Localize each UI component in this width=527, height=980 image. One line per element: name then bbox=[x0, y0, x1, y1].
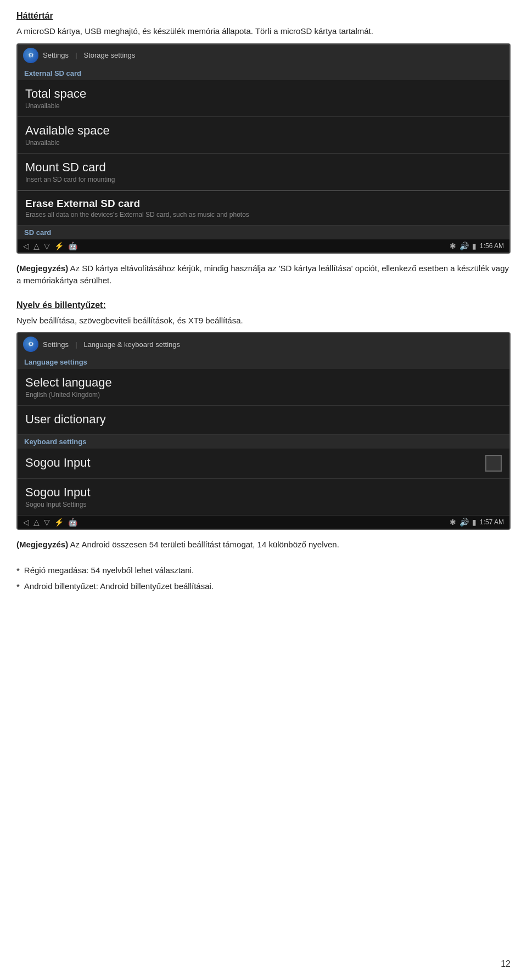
screen1-page-name: Storage settings bbox=[83, 51, 135, 59]
storage-screen: ⚙ Settings | Storage settings External S… bbox=[16, 43, 511, 254]
screen1-separator: | bbox=[75, 51, 77, 59]
bluetooth-icon: ✱ bbox=[450, 242, 456, 250]
statusbar2-left-icons: ◁ △ ▽ ⚡ 🤖 bbox=[23, 518, 77, 527]
back-icon: ◁ bbox=[23, 242, 29, 250]
select-language-subtitle: English (United Kingdom) bbox=[25, 391, 502, 399]
android-icon2: 🤖 bbox=[68, 518, 77, 527]
erase-sd-item[interactable]: Erase External SD card Erases all data o… bbox=[18, 191, 509, 226]
sogou-input-toggle-item[interactable]: Sogou Input bbox=[18, 449, 509, 479]
bullet-item-1: * Régió megadása: 54 nyelvből lehet vála… bbox=[16, 564, 511, 578]
volume-icon: 🔊 bbox=[459, 242, 469, 250]
sogou-input-settings-item[interactable]: Sogou Input Sogou Input Settings bbox=[18, 479, 509, 516]
section2-para: Nyelv beállítása, szövegbeviteli beállít… bbox=[16, 315, 511, 327]
sogou-input-toggle-title: Sogou Input bbox=[25, 456, 91, 470]
note1-prefix: (Megjegyzés) bbox=[16, 264, 68, 273]
bullet-star-2: * bbox=[16, 581, 20, 593]
usb-icon: ⚡ bbox=[54, 242, 64, 250]
screen1-app-name: Settings bbox=[43, 51, 69, 59]
keyboard-screen: ⚙ Settings | Language & keyboard setting… bbox=[16, 332, 511, 530]
usb-icon2: ⚡ bbox=[54, 518, 64, 527]
select-language-item[interactable]: Select language English (United Kingdom) bbox=[18, 369, 509, 406]
section1-heading: Háttértár bbox=[16, 11, 511, 21]
screen2-titlebar: ⚙ Settings | Language & keyboard setting… bbox=[18, 333, 509, 355]
sogou-toggle-checkbox[interactable] bbox=[485, 455, 502, 472]
statusbar-right: ✱ 🔊 ▮ 1:56 AM bbox=[450, 242, 504, 250]
bullet-text-2: Android billentyűzet: Android billentyűz… bbox=[24, 580, 214, 593]
screen1-titlebar: ⚙ Settings | Storage settings bbox=[18, 44, 509, 66]
note1-para: (Megjegyzés) Az SD kártya eltávolításáho… bbox=[16, 262, 511, 287]
screen2-app-name: Settings bbox=[43, 340, 69, 349]
note2-prefix: (Megjegyzés) bbox=[16, 540, 68, 549]
home-icon: △ bbox=[33, 242, 40, 250]
statusbar2-right: ✱ 🔊 ▮ 1:57 AM bbox=[450, 518, 504, 527]
bullet-item-2: * Android billentyűzet: Android billenty… bbox=[16, 580, 511, 593]
mount-sd-item[interactable]: Mount SD card Insert an SD card for moun… bbox=[18, 154, 509, 191]
available-space-subtitle: Unavailable bbox=[25, 139, 502, 147]
erase-sd-subtitle: Erases all data on the devices's Externa… bbox=[25, 211, 502, 219]
screen2-separator: | bbox=[75, 340, 77, 349]
up-icon2: ▽ bbox=[44, 518, 50, 527]
bullet-star-1: * bbox=[16, 565, 20, 578]
select-language-title: Select language bbox=[25, 376, 502, 390]
sogou-toggle-row: Sogou Input bbox=[25, 455, 502, 472]
note1-text: Az SD kártya eltávolításához kérjük, min… bbox=[16, 264, 509, 285]
screen1-section-sd: SD card bbox=[18, 226, 509, 239]
battery-icon2: ▮ bbox=[472, 518, 476, 527]
screen2-kb-label: Keyboard settings bbox=[18, 435, 509, 449]
screen2-time: 1:57 AM bbox=[480, 518, 504, 526]
bluetooth-icon2: ✱ bbox=[450, 518, 456, 527]
section2-heading-wrap: Nyelv és billentyűzet: bbox=[16, 300, 511, 310]
sogou-input-settings-title: Sogou Input bbox=[25, 485, 502, 500]
screen2-statusbar: ◁ △ ▽ ⚡ 🤖 ✱ 🔊 ▮ 1:57 AM bbox=[18, 516, 509, 529]
total-space-subtitle: Unavailable bbox=[25, 102, 502, 110]
total-space-title: Total space bbox=[25, 87, 502, 101]
battery-icon: ▮ bbox=[472, 242, 476, 250]
erase-sd-title: Erase External SD card bbox=[25, 198, 502, 210]
settings-icon: ⚙ bbox=[23, 48, 38, 63]
mount-sd-subtitle: Insert an SD card for mounting bbox=[25, 176, 502, 183]
statusbar-left-icons: ◁ △ ▽ ⚡ 🤖 bbox=[23, 242, 77, 250]
total-space-item[interactable]: Total space Unavailable bbox=[18, 80, 509, 117]
note2-text: Az Android összesen 54 területi beállítá… bbox=[68, 540, 339, 549]
user-dictionary-title: User dictionary bbox=[25, 412, 502, 427]
up-icon: ▽ bbox=[44, 242, 50, 250]
android-icon: 🤖 bbox=[68, 242, 77, 250]
home-icon2: △ bbox=[33, 518, 40, 527]
section1-para: A microSD kártya, USB meghajtó, és készü… bbox=[16, 25, 511, 38]
available-space-item[interactable]: Available space Unavailable bbox=[18, 117, 509, 154]
screen1-statusbar: ◁ △ ▽ ⚡ 🤖 ✱ 🔊 ▮ 1:56 AM bbox=[18, 239, 509, 253]
bullet-text-1: Régió megadása: 54 nyelvből lehet válasz… bbox=[24, 564, 194, 577]
available-space-title: Available space bbox=[25, 124, 502, 138]
mount-sd-title: Mount SD card bbox=[25, 160, 502, 175]
screen2-lang-label: Language settings bbox=[18, 355, 509, 369]
screen2-settings-icon: ⚙ bbox=[23, 337, 38, 352]
note2-para: (Megjegyzés) Az Android összesen 54 terü… bbox=[16, 539, 511, 551]
screen2-page-name: Language & keyboard settings bbox=[83, 340, 180, 349]
screen1-time: 1:56 AM bbox=[480, 242, 504, 250]
screen1-section-external: External SD card bbox=[18, 66, 509, 80]
user-dictionary-item[interactable]: User dictionary bbox=[18, 406, 509, 435]
back-icon2: ◁ bbox=[23, 518, 29, 527]
volume-icon2: 🔊 bbox=[459, 518, 469, 527]
sogou-input-settings-subtitle: Sogou Input Settings bbox=[25, 501, 502, 508]
